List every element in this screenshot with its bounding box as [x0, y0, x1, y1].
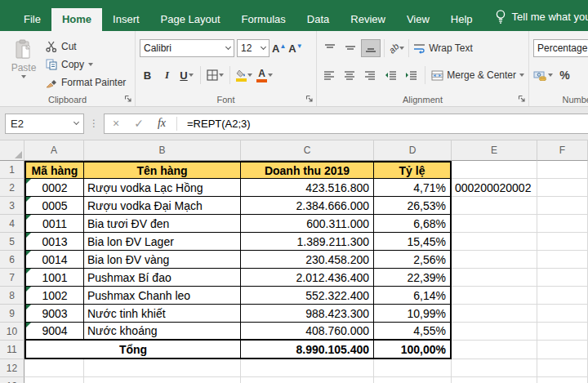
cell-e8[interactable] — [452, 287, 537, 305]
font-dialog-launcher-icon[interactable] — [305, 95, 314, 103]
cell-c7[interactable]: 2.012.436.400 — [241, 269, 374, 287]
cell-c9[interactable]: 988.423.300 — [241, 305, 374, 323]
cell-f2[interactable] — [537, 179, 588, 197]
cell-b8[interactable]: Pushmax Chanh leo — [84, 287, 241, 305]
wrap-text-button[interactable]: Wrap Text — [413, 42, 473, 54]
format-painter-button[interactable]: Format Painter — [46, 73, 126, 91]
column-header-b[interactable]: B — [84, 140, 241, 161]
cell-b9[interactable]: Nước tinh khiết — [84, 305, 241, 323]
insert-function-button[interactable]: fx — [150, 117, 173, 130]
select-all-button[interactable] — [0, 140, 24, 161]
cell-e13[interactable] — [452, 377, 537, 383]
cell-d2[interactable]: 4,71% — [374, 179, 452, 197]
cell-e5[interactable] — [452, 233, 537, 251]
row-header-7[interactable]: 7 — [0, 269, 24, 287]
cell-b1[interactable]: Tên hàng — [84, 161, 241, 179]
number-format-combobox[interactable]: Percentage — [533, 39, 588, 57]
cell-d8[interactable]: 6,14% — [374, 287, 452, 305]
column-header-e[interactable]: E — [452, 140, 537, 161]
italic-button[interactable]: I — [159, 67, 175, 83]
cell-c5[interactable]: 1.389.211.300 — [241, 233, 374, 251]
cell-b3[interactable]: Rượu vodka Đại Mạch — [84, 197, 241, 215]
bottom-align-button[interactable] — [362, 40, 380, 56]
cell-b12[interactable] — [84, 359, 241, 377]
row-header-6[interactable]: 6 — [0, 251, 24, 269]
cell-f3[interactable] — [537, 197, 588, 215]
cell-d3[interactable]: 26,53% — [374, 197, 452, 215]
cell-e12[interactable] — [452, 359, 537, 377]
cell-f13[interactable] — [537, 377, 588, 383]
cell-e2[interactable]: 000200020002 — [452, 179, 537, 197]
merge-center-button[interactable]: Merge & Center — [431, 69, 524, 81]
row-header-13[interactable]: 13 — [0, 377, 24, 383]
row-header-9[interactable]: 9 — [0, 305, 24, 323]
cell-c6[interactable]: 230.458.200 — [241, 251, 374, 269]
cell-d1[interactable]: Tỷ lệ — [374, 161, 452, 179]
clipboard-dialog-launcher-icon[interactable] — [124, 95, 132, 103]
cell-a3[interactable]: 0005 — [24, 197, 84, 215]
cell-e3[interactable] — [452, 197, 537, 215]
align-center-button[interactable] — [341, 67, 358, 83]
cell-f7[interactable] — [537, 269, 588, 287]
tab-help[interactable]: Help — [440, 8, 483, 31]
cell-f10[interactable] — [537, 323, 588, 341]
cell-a5[interactable]: 0013 — [24, 233, 84, 251]
cell-c2[interactable]: 423.516.800 — [241, 179, 374, 197]
cell-d4[interactable]: 6,68% — [374, 215, 452, 233]
cell-a12[interactable] — [24, 359, 84, 377]
cell-c1[interactable]: Doanh thu 2019 — [241, 161, 374, 179]
tab-data[interactable]: Data — [296, 8, 340, 31]
cell-c10[interactable]: 408.760.000 — [241, 323, 374, 341]
font-color-button[interactable]: A — [256, 67, 273, 83]
cell-f5[interactable] — [537, 233, 588, 251]
top-align-button[interactable] — [321, 40, 339, 56]
cell-a11-b11-merged[interactable]: Tổng — [24, 341, 241, 359]
cell-f4[interactable] — [537, 215, 588, 233]
cell-e10[interactable] — [452, 323, 537, 341]
row-header-2[interactable]: 2 — [0, 179, 24, 197]
row-header-10[interactable]: 10 — [0, 323, 24, 341]
cell-a10[interactable]: 9004 — [24, 323, 84, 341]
column-header-d[interactable]: D — [374, 140, 452, 161]
font-name-combobox[interactable]: Calibri — [140, 39, 234, 57]
cell-b4[interactable]: Bia tươi ĐV đen — [84, 215, 241, 233]
row-header-1[interactable]: 1 — [0, 161, 24, 179]
row-header-8[interactable]: 8 — [0, 287, 24, 305]
formula-input[interactable]: =REPT(A2;3) — [180, 118, 251, 130]
row-header-11[interactable]: 11 — [0, 341, 24, 359]
increase-indent-button[interactable] — [403, 67, 419, 83]
cell-a6[interactable]: 0014 — [24, 251, 84, 269]
cell-e11[interactable] — [452, 341, 537, 359]
tab-formulas[interactable]: Formulas — [231, 8, 296, 31]
cell-b10[interactable]: Nước khoáng — [84, 323, 241, 341]
cancel-button[interactable]: × — [105, 117, 127, 130]
cell-a13[interactable] — [24, 377, 84, 383]
tab-file[interactable]: File — [13, 8, 51, 31]
tab-page-layout[interactable]: Page Layout — [150, 8, 231, 31]
cell-d13[interactable] — [374, 377, 452, 383]
cell-f12[interactable] — [537, 359, 588, 377]
cell-b5[interactable]: Bia lon ĐV Lager — [84, 233, 241, 251]
copy-button[interactable]: Copy — [46, 56, 126, 73]
cell-f9[interactable] — [537, 305, 588, 323]
tell-me-box[interactable]: Tell me what you want — [483, 9, 588, 31]
cell-f6[interactable] — [537, 251, 588, 269]
cell-a9[interactable]: 9003 — [24, 305, 84, 323]
cell-f8[interactable] — [537, 287, 588, 305]
row-header-4[interactable]: 4 — [0, 215, 24, 233]
cell-a1[interactable]: Mã hàng — [24, 161, 84, 179]
cell-d10[interactable]: 4,55% — [374, 323, 452, 341]
decrease-indent-button[interactable] — [382, 67, 399, 83]
percent-style-button[interactable]: % — [557, 67, 572, 83]
enter-button[interactable]: ✓ — [127, 117, 150, 130]
row-header-12[interactable]: 12 — [0, 359, 24, 377]
alignment-dialog-launcher-icon[interactable] — [518, 95, 526, 103]
cell-d9[interactable]: 10,99% — [374, 305, 452, 323]
column-header-c[interactable]: C — [241, 140, 374, 161]
name-box[interactable]: E2 — [5, 114, 84, 134]
cell-d5[interactable]: 15,45% — [374, 233, 452, 251]
cell-e7[interactable] — [452, 269, 537, 287]
paste-button[interactable]: Paste — [5, 38, 42, 91]
orientation-button[interactable]: ab — [389, 40, 404, 56]
cell-d6[interactable]: 2,56% — [374, 251, 452, 269]
